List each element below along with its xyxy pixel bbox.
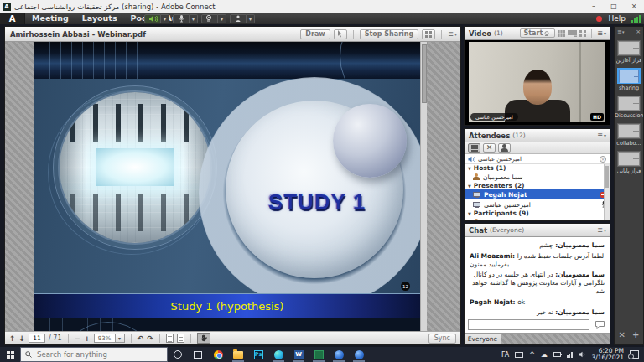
chat-pod-menu-icon[interactable]: ≡▾ <box>594 226 610 234</box>
adobe-connect-window: A مرکز تحقیقات روانشناسی اجتماعی (sharin… <box>0 0 644 362</box>
share-pod-menu-icon[interactable]: ≡▾ <box>448 30 457 38</box>
minimize-button[interactable]: – <box>584 0 604 13</box>
dismiss-speaker-icon[interactable]: × <box>600 156 606 163</box>
video-pod-title: Video <box>469 29 491 38</box>
close-button[interactable]: × <box>624 0 644 13</box>
layout-item-collaboration[interactable]: collabo... <box>615 123 643 147</box>
search-input[interactable] <box>35 349 153 359</box>
layouts-sidebar: ≡▾ × فراز آغازین sharing Discussion coll… <box>614 26 644 345</box>
language-indicator[interactable]: FA <box>501 351 509 359</box>
menu-help[interactable]: Help <box>608 14 626 23</box>
layout-thumbnail-selected <box>617 68 641 84</box>
menu-layouts[interactable]: Layouts <box>75 13 124 24</box>
layout-item-1[interactable]: فراز آغازین <box>615 40 643 64</box>
attendees-scrollbar[interactable] <box>604 164 610 220</box>
rotate-right-button[interactable]: ↷ <box>147 334 153 343</box>
status-dropdown[interactable]: ▾ <box>247 14 255 23</box>
video-fullscreen-icon[interactable] <box>579 30 586 37</box>
fit-page-button[interactable] <box>166 334 174 343</box>
start-button[interactable] <box>0 347 20 362</box>
chat-tab-everyone[interactable]: Everyone <box>465 334 501 344</box>
speaker-icon <box>144 14 161 23</box>
grid-view-icon[interactable] <box>558 30 565 37</box>
page-number-input[interactable] <box>29 334 45 343</box>
fullscreen-button[interactable] <box>422 29 435 39</box>
action-center-icon[interactable] <box>630 350 639 359</box>
status-button[interactable]: ▾ <box>230 14 255 23</box>
attendee-row-selected[interactable]: Pegah Nejat <box>465 189 610 199</box>
connection-signal-icon[interactable] <box>631 15 641 23</box>
zoom-dropdown-icon[interactable]: ▾ <box>116 334 125 343</box>
taskbar-search[interactable] <box>20 347 168 362</box>
onedrive-cloud-icon[interactable]: ☁ <box>541 351 548 359</box>
network-icon[interactable] <box>567 351 573 358</box>
pdf-slide: STUDY 1 Study 1 (hypothesis) 12 <box>34 42 420 331</box>
pdf-scrollbar[interactable] <box>420 42 427 331</box>
green-app-icon[interactable] <box>309 347 329 362</box>
layouts-close-icon[interactable]: × <box>636 28 641 35</box>
pan-tool-button[interactable] <box>197 333 210 344</box>
system-tray: FA ^ ☁ 6:20 PM 3/16/2021 <box>501 348 644 362</box>
stop-sharing-button[interactable]: Stop Sharing <box>360 29 419 39</box>
task-view-icon[interactable] <box>188 347 208 362</box>
filmstrip-view-icon[interactable] <box>568 30 577 37</box>
keyboard-icon[interactable] <box>515 352 523 358</box>
chat-input[interactable] <box>468 319 589 330</box>
attendee-list-view-button[interactable] <box>468 143 480 153</box>
fit-width-button[interactable] <box>177 334 184 343</box>
layout-item-discussion[interactable]: Discussion <box>615 96 643 119</box>
maximize-button[interactable]: □ <box>604 0 624 13</box>
zoom-select[interactable]: 93% ▾ <box>94 334 125 343</box>
tray-expand-icon[interactable]: ^ <box>529 351 535 359</box>
speaker-button[interactable]: ▾ <box>144 14 169 23</box>
blue-app-icon[interactable] <box>349 347 369 362</box>
layout-thumbnail <box>617 151 641 167</box>
group-participants[interactable]: ▼ Participants (9) <box>465 209 610 217</box>
attendees-pod-menu-icon[interactable]: ≡▾ <box>594 132 610 139</box>
zoom-out-button[interactable]: − <box>75 334 81 343</box>
slide-number-badge: 12 <box>401 282 410 291</box>
windows-logo-icon <box>7 351 14 359</box>
attendee-status-view-button[interactable] <box>498 143 511 153</box>
taskbar-clock[interactable]: 6:20 PM 3/16/2021 <box>592 348 624 362</box>
page-down-button[interactable]: ↓ <box>19 334 26 343</box>
webcam-button[interactable]: ▾ <box>201 14 226 23</box>
video-pod-menu-icon[interactable]: ≡▾ <box>597 29 606 37</box>
attendee-row[interactable]: Ali Moazami <box>465 217 610 220</box>
attendee-row-host[interactable]: سما معصومیان <box>465 172 610 182</box>
word-icon[interactable]: W <box>288 347 309 362</box>
layout-item-sharing[interactable]: sharing <box>615 68 643 91</box>
page-up-button[interactable]: ↑ <box>9 334 16 343</box>
slide-bottom-band <box>34 318 420 331</box>
slide-architecture-image <box>60 92 210 243</box>
connect-app-icon[interactable] <box>329 347 349 362</box>
start-webcam-button[interactable]: Start <box>520 28 556 38</box>
breakout-view-button[interactable]: ✕ <box>483 143 496 153</box>
layouts-menu-icon[interactable]: ≡▾ <box>617 28 624 35</box>
pointer-button[interactable] <box>334 29 347 39</box>
rotate-left-button[interactable]: ↶ <box>138 334 144 343</box>
zoom-in-button[interactable]: + <box>84 334 91 343</box>
volume-icon[interactable] <box>579 351 586 358</box>
layout-item-5[interactable]: فراز پایانی <box>615 151 643 174</box>
add-layout-icon[interactable]: + <box>632 330 639 339</box>
photoshop-icon[interactable]: Ps <box>248 347 268 362</box>
battery-icon[interactable] <box>553 352 561 357</box>
draw-button[interactable]: Draw <box>300 29 330 39</box>
speaker-dropdown[interactable]: ▾ <box>161 14 169 23</box>
chat-send-icon[interactable] <box>593 319 606 330</box>
edge-icon[interactable] <box>268 347 288 362</box>
menu-meeting[interactable]: Meeting <box>25 13 75 24</box>
microphone-dropdown[interactable]: ▾ <box>190 14 198 23</box>
microphone-button[interactable]: ▾ <box>173 14 198 23</box>
chrome-icon[interactable] <box>208 347 228 362</box>
group-presenters[interactable]: ▼ Presenters (2) <box>465 182 610 189</box>
sync-button[interactable]: Sync <box>428 334 456 344</box>
share-pod-title: Amirhossein Abbasi - Webinar.pdf <box>10 30 146 39</box>
attendee-row[interactable]: امیرحسین عباسی <box>465 199 610 209</box>
group-hosts[interactable]: ▼ Hosts (1) <box>465 164 610 172</box>
layouts-panel-close-icon[interactable]: ✕ <box>619 330 626 339</box>
file-explorer-icon[interactable] <box>228 347 248 362</box>
cortana-icon[interactable] <box>168 347 188 362</box>
webcam-dropdown[interactable]: ▾ <box>218 14 226 23</box>
